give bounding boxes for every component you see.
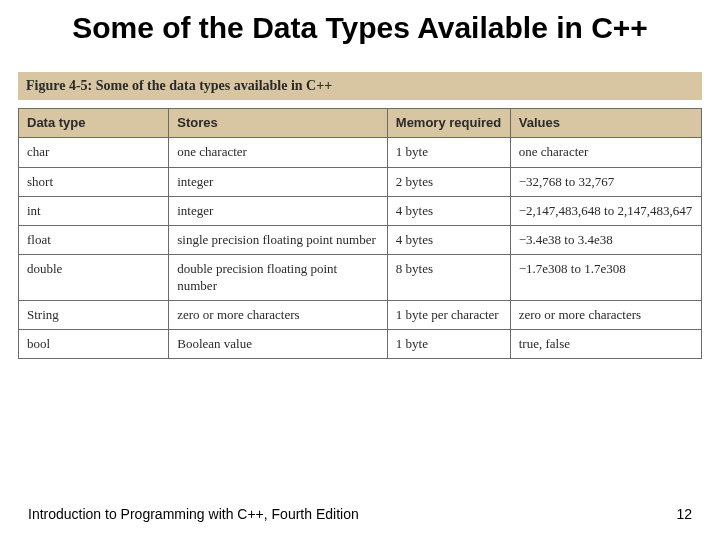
cell-data-type: int	[19, 196, 169, 225]
cell-values: −32,768 to 32,767	[510, 167, 701, 196]
cell-data-type: double	[19, 255, 169, 301]
slide-footer: Introduction to Programming with C++, Fo…	[0, 506, 720, 522]
header-stores: Stores	[169, 109, 388, 138]
cell-values: −3.4e38 to 3.4e38	[510, 226, 701, 255]
cell-stores: double precision floating point number	[169, 255, 388, 301]
table-row: doubledouble precision floating point nu…	[19, 255, 702, 301]
cell-data-type: short	[19, 167, 169, 196]
cell-memory: 1 byte	[387, 330, 510, 359]
cell-values: −1.7e308 to 1.7e308	[510, 255, 701, 301]
header-memory: Memory required	[387, 109, 510, 138]
datatype-table: Data type Stores Memory required Values …	[18, 108, 702, 359]
cell-stores: one character	[169, 138, 388, 167]
cell-values: −2,147,483,648 to 2,147,483,647	[510, 196, 701, 225]
cell-values: one character	[510, 138, 701, 167]
table-row: intinteger4 bytes−2,147,483,648 to 2,147…	[19, 196, 702, 225]
cell-data-type: float	[19, 226, 169, 255]
cell-data-type: bool	[19, 330, 169, 359]
datatype-table-wrap: Data type Stores Memory required Values …	[18, 108, 702, 359]
slide: Some of the Data Types Available in C++ …	[0, 0, 720, 540]
cell-stores: integer	[169, 196, 388, 225]
cell-data-type: char	[19, 138, 169, 167]
cell-memory: 1 byte per character	[387, 300, 510, 329]
cell-memory: 4 bytes	[387, 226, 510, 255]
header-values: Values	[510, 109, 701, 138]
cell-values: zero or more characters	[510, 300, 701, 329]
footer-page-number: 12	[676, 506, 692, 522]
table-row: charone character1 byteone character	[19, 138, 702, 167]
cell-memory: 8 bytes	[387, 255, 510, 301]
cell-stores: Boolean value	[169, 330, 388, 359]
cell-memory: 4 bytes	[387, 196, 510, 225]
footer-text: Introduction to Programming with C++, Fo…	[28, 506, 359, 522]
table-row: Stringzero or more characters1 byte per …	[19, 300, 702, 329]
cell-stores: single precision floating point number	[169, 226, 388, 255]
cell-data-type: String	[19, 300, 169, 329]
slide-title: Some of the Data Types Available in C++	[0, 0, 720, 52]
table-header-row: Data type Stores Memory required Values	[19, 109, 702, 138]
table-row: floatsingle precision floating point num…	[19, 226, 702, 255]
figure-caption: Figure 4-5: Some of the data types avail…	[18, 72, 702, 100]
cell-stores: integer	[169, 167, 388, 196]
cell-values: true, false	[510, 330, 701, 359]
header-data-type: Data type	[19, 109, 169, 138]
table-row: boolBoolean value1 bytetrue, false	[19, 330, 702, 359]
cell-stores: zero or more characters	[169, 300, 388, 329]
cell-memory: 1 byte	[387, 138, 510, 167]
table-row: shortinteger2 bytes−32,768 to 32,767	[19, 167, 702, 196]
cell-memory: 2 bytes	[387, 167, 510, 196]
